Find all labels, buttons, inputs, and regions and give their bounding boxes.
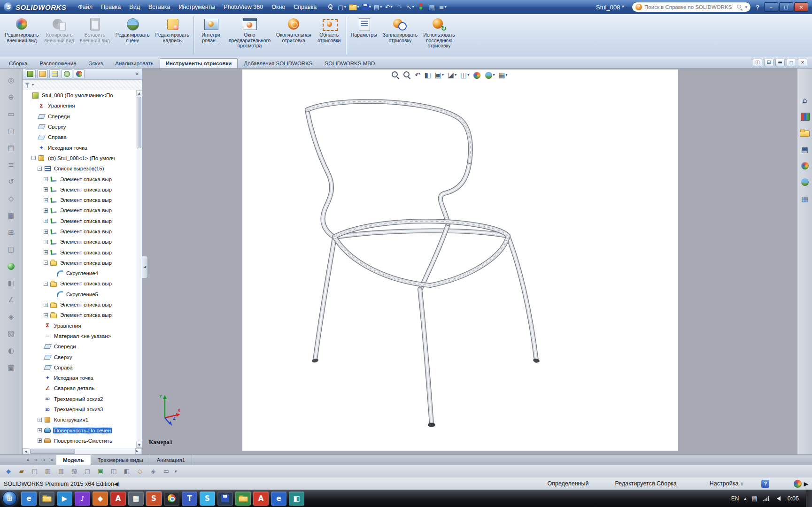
macro-bar-icon[interactable]: ▦ [56,467,66,476]
ribbon-button[interactable]: Редактировать надпись [152,15,192,57]
tree-item[interactable]: + Элемент списка выр [23,247,136,257]
tree-horizontal-scrollbar[interactable] [23,448,142,454]
panel-collapse-handle[interactable] [142,256,148,278]
tree-expand-toggle[interactable]: + [44,219,48,223]
doc-restore-icon[interactable]: ◻ [787,59,796,66]
tree-item[interactable]: Материал <не указан> [23,331,136,341]
left-toolbar-icon[interactable]: ∠ [5,294,17,306]
section-view-icon[interactable]: ◧ [425,71,431,79]
menu-item[interactable]: PhotoView 360 [219,2,267,12]
render-region[interactable] [242,69,678,451]
open-document-icon[interactable] [348,2,361,12]
close-button[interactable]: × [794,2,808,12]
search-scope-dropdown-icon[interactable]: ▾ [745,5,748,9]
tree-item[interactable]: + Элемент списка выр [23,174,136,184]
taskbar-app-documents[interactable] [235,492,251,506]
display-style-icon[interactable]: ◪ [448,71,456,79]
scrollbar-thumb[interactable] [137,97,141,148]
model-tab[interactable]: Трехмерные виды [91,455,150,465]
taskbar-app-backup[interactable] [217,492,233,506]
tree-expand-toggle[interactable]: + [44,250,48,254]
left-toolbar-icon[interactable]: ▢ [5,125,17,137]
tree-item[interactable]: - Элемент списка выр [23,258,136,268]
taskbar-app-music[interactable]: ♪ [75,492,90,506]
filter-icon[interactable] [25,82,31,88]
macro-bar-icon[interactable]: ◆ [4,467,13,476]
taskbar-app-photo-viewer[interactable]: ◆ [93,492,108,506]
left-toolbar-icon[interactable]: ◐ [5,345,17,357]
new-document-icon[interactable]: ▢ [336,2,347,12]
taskbar-app-media-player[interactable]: ▶ [57,492,72,506]
taskbar-clock[interactable]: 0:05 [786,495,801,502]
menu-item[interactable]: Файл [74,2,97,12]
show-desktop-button[interactable] [806,490,812,507]
tray-expand-icon[interactable]: ▴ [744,496,746,501]
network-icon[interactable] [763,496,769,501]
viewport-layout-icon[interactable]: ◫ [753,59,762,66]
ribbon-button[interactable]: Параметры [348,15,380,57]
save-icon[interactable] [361,2,372,12]
tree-expand-toggle[interactable]: + [44,208,48,213]
hide-show-items-icon[interactable]: ◫ [460,71,469,79]
tree-item[interactable]: Уравнения [23,321,136,331]
taskbar-app-commander[interactable]: T [182,492,197,506]
tree-item[interactable]: Сварная деталь [23,383,136,393]
tree-vertical-scrollbar[interactable] [136,90,142,448]
search-icon[interactable] [737,5,742,10]
left-toolbar-icon[interactable]: ⊕ [5,91,17,103]
design-library-icon[interactable] [799,111,811,122]
tree-item[interactable]: + Элемент списка выр [23,300,136,310]
scroll-up-icon[interactable] [136,90,142,96]
macro-bar-icon[interactable]: ◈ [148,467,158,476]
tree-expand-toggle[interactable]: + [44,303,48,307]
left-toolbar-icon[interactable]: ↺ [5,176,17,188]
command-tab[interactable]: Эскиз [83,58,109,68]
edit-appearance-hud-icon[interactable] [473,71,481,79]
manager-tab[interactable] [74,69,85,78]
macro-bar-icon[interactable]: ▢ [83,467,92,476]
doc-close-icon[interactable]: × [798,59,807,66]
tree-expand-toggle[interactable]: - [44,261,48,265]
manager-tabs-overflow-icon[interactable]: » [134,71,139,77]
volume-icon[interactable] [774,496,781,501]
command-tab[interactable]: Анализировать [109,58,159,68]
model-tab[interactable]: Анимация1 [150,455,192,465]
taskbar-app-chrome[interactable] [164,492,179,506]
doc-minimize-icon[interactable]: ▬ [775,59,785,66]
command-tab[interactable]: Сборка [3,58,33,68]
tray-language-indicator[interactable]: EN [731,495,739,502]
command-tab[interactable]: SOLIDWORKS MBD [319,58,381,68]
tree-item[interactable]: + Элемент списка выр [23,184,136,195]
ribbon-button[interactable]: Запланировать отрисовку [380,15,421,57]
macro-bar-icon[interactable]: ▰ [17,467,26,476]
left-toolbar-icon[interactable]: ▣ [5,361,17,374]
ribbon-button[interactable]: Окончательная отрисовка [273,15,314,57]
left-toolbar-icon[interactable]: ◎ [5,74,17,86]
tree-expand-toggle[interactable]: - [31,156,36,160]
menu-item[interactable]: Окно [267,2,289,12]
ribbon-button[interactable]: Интегри рован... [196,15,226,57]
taskbar-app-solidworks[interactable]: S [146,492,162,506]
tree-item[interactable]: + Элемент списка выр [23,237,136,247]
left-toolbar-icon[interactable]: ◧ [5,277,17,289]
view-palette-icon[interactable]: ▤ [799,144,811,154]
tree-expand-toggle[interactable]: - [44,282,48,286]
tree-item[interactable]: Трехмерный эскиз3 [23,404,136,415]
tree-expand-toggle[interactable]: + [44,187,48,192]
macro-bar-icon[interactable]: ◇ [135,467,145,476]
appearances-icon[interactable] [799,161,811,171]
filter-dropdown-icon[interactable]: ▾ [32,83,34,87]
macro-bar-icon[interactable]: ▧ [70,467,79,476]
taskbar-app-remote-desktop[interactable]: ◧ [289,492,304,506]
tree-item[interactable]: - Список вырезов(15) [23,163,136,174]
tree-item[interactable]: - Элемент списка выр [23,278,136,289]
macro-bar-icon[interactable]: ◧ [122,467,131,476]
tree-item[interactable]: + Поверхность-Сместить [23,436,136,446]
tree-expand-toggle[interactable]: + [38,428,42,432]
tree-item[interactable]: + Элемент списка выр [23,205,136,215]
menu-item[interactable]: Инструменты [174,2,219,12]
taskbar-app-file-explorer[interactable] [39,492,54,506]
view-orientation-icon[interactable]: ▣ [435,71,444,79]
scroll-right-icon[interactable] [135,448,142,454]
tree-item[interactable]: + Элемент списка выр [23,310,136,320]
